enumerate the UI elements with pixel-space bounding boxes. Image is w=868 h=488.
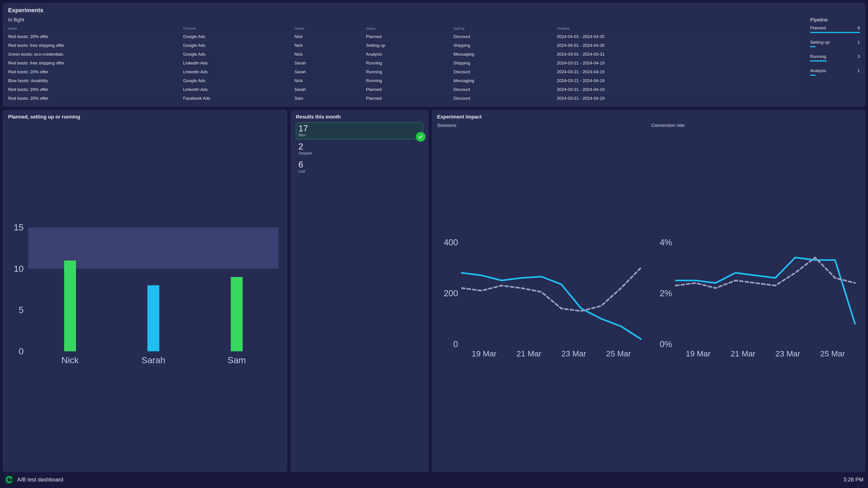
cell-channel: Google Ads bbox=[183, 50, 294, 59]
col-header-timeline[interactable]: Timeline bbox=[557, 25, 803, 32]
table-row[interactable]: Blue boots: durabilityGoogle AdsNickRunn… bbox=[8, 77, 803, 85]
pipeline-label: Planned bbox=[810, 26, 826, 31]
svg-text:19 Mar: 19 Mar bbox=[472, 349, 497, 358]
sessions-title: Sessions bbox=[437, 123, 646, 128]
experiments-table: Name Channel Owner Status Split by Timel… bbox=[8, 25, 803, 103]
experiments-table-wrap: In flight Name Channel Owner Status Spli… bbox=[8, 17, 803, 103]
impact-panel: Experiment impact Sessions 020040019 Mar… bbox=[432, 110, 865, 472]
experiments-title: Experiments bbox=[8, 7, 860, 14]
cell-owner: Sarah bbox=[294, 59, 366, 68]
cell-status: Running bbox=[366, 77, 454, 85]
cell-split: Discount bbox=[454, 68, 557, 77]
svg-rect-7 bbox=[147, 285, 159, 351]
results-title: Results this month bbox=[296, 114, 423, 120]
cell-name: Blue boots: durability bbox=[8, 77, 183, 85]
svg-text:2%: 2% bbox=[659, 288, 672, 298]
svg-text:23 Mar: 23 Mar bbox=[561, 349, 586, 358]
result-won: 17 Won bbox=[296, 123, 423, 139]
result-stopped: 2 Stopped bbox=[296, 141, 423, 157]
footer-title: A/B test dashboard bbox=[17, 477, 63, 483]
cell-split: Shipping bbox=[454, 59, 557, 68]
result-stopped-value: 2 bbox=[298, 142, 421, 151]
svg-text:400: 400 bbox=[444, 238, 458, 247]
cell-timeline: 2024-03-21 - 2024-04-19 bbox=[557, 94, 803, 103]
result-lost-value: 6 bbox=[298, 160, 421, 169]
pipeline-item: Analysis1 bbox=[810, 68, 860, 76]
cell-timeline: 2024-03-21 - 2024-04-19 bbox=[557, 85, 803, 94]
svg-text:10: 10 bbox=[14, 264, 24, 274]
cell-name: Red boots: 20% offer bbox=[8, 85, 183, 94]
cell-split: Discount bbox=[454, 32, 557, 41]
conversion-chart-wrap: Conversion rate 0%2%4%19 Mar21 Mar23 Mar… bbox=[651, 123, 860, 468]
pipeline-label: Analysis bbox=[810, 68, 826, 73]
cell-name: Red boots: 20% offer bbox=[8, 32, 183, 41]
cell-status: Running bbox=[366, 68, 454, 77]
table-row[interactable]: Red boots: 20% offerLinkedIn AdsSarahPla… bbox=[8, 85, 803, 94]
footer: A/B test dashboard 3:28 PM bbox=[3, 472, 865, 485]
svg-text:200: 200 bbox=[444, 288, 458, 298]
cell-timeline: 2024-04-01 - 2024-04-30 bbox=[557, 41, 803, 50]
cell-owner: Nick bbox=[294, 77, 366, 85]
col-header-owner[interactable]: Owner bbox=[294, 25, 366, 32]
col-header-channel[interactable]: Channel bbox=[183, 25, 294, 32]
svg-text:Sarah: Sarah bbox=[142, 355, 165, 365]
cell-owner: Sam bbox=[294, 94, 366, 103]
svg-text:25 Mar: 25 Mar bbox=[606, 349, 631, 358]
pipeline-value: 9 bbox=[857, 26, 860, 31]
col-header-split[interactable]: Split by bbox=[454, 25, 557, 32]
svg-text:5: 5 bbox=[19, 305, 24, 315]
conversion-chart: 0%2%4%19 Mar21 Mar23 Mar25 Mar bbox=[651, 129, 860, 468]
svg-rect-5 bbox=[64, 261, 76, 352]
cell-name: Green boots: eco-credentials bbox=[8, 50, 183, 59]
svg-text:0: 0 bbox=[453, 339, 458, 349]
results-panel: Results this month 17 Won 2 Stopped 6 Lo… bbox=[290, 110, 429, 472]
cell-split: Discount bbox=[454, 85, 557, 94]
pipeline-item: Setting up1 bbox=[810, 40, 860, 47]
svg-text:25 Mar: 25 Mar bbox=[820, 349, 845, 358]
cell-channel: LinkedIn Ads bbox=[183, 85, 294, 94]
pipeline-title: Pipeline bbox=[810, 17, 860, 23]
svg-text:0%: 0% bbox=[659, 339, 672, 349]
cell-split: Messaging bbox=[454, 77, 557, 85]
cell-channel: Google Ads bbox=[183, 32, 294, 41]
pipeline-panel: Pipeline Planned9Setting up1Running3Anal… bbox=[810, 17, 860, 103]
table-row[interactable]: Red boots: 20% offerLinkedIn AdsSarahRun… bbox=[8, 68, 803, 77]
cell-channel: LinkedIn Ads bbox=[183, 68, 294, 77]
cell-status: Running bbox=[366, 59, 454, 68]
table-row[interactable]: Red boots: 20% offerFacebook AdsSamPlann… bbox=[8, 94, 803, 103]
svg-text:4%: 4% bbox=[659, 238, 672, 247]
cell-owner: Nick bbox=[294, 41, 366, 50]
table-row[interactable]: Green boots: eco-credentialsGoogle AdsNi… bbox=[8, 50, 803, 59]
cell-name: Red boots: free shipping offer bbox=[8, 41, 183, 50]
cell-status: Planned bbox=[366, 85, 454, 94]
svg-text:15: 15 bbox=[14, 222, 24, 232]
result-lost-label: Lost bbox=[298, 170, 421, 174]
table-row[interactable]: Red boots: free shipping offerGoogle Ads… bbox=[8, 41, 803, 50]
footer-time: 3:28 PM bbox=[843, 477, 864, 483]
svg-text:23 Mar: 23 Mar bbox=[775, 349, 800, 358]
owner-chart-title: Planned, setting up or running bbox=[8, 114, 282, 120]
pipeline-item: Planned9 bbox=[810, 26, 860, 33]
pipeline-label: Running bbox=[810, 54, 826, 59]
cell-status: Planned bbox=[366, 32, 454, 41]
col-header-status[interactable]: Status bbox=[366, 25, 454, 32]
cell-status: Analysis bbox=[366, 50, 454, 59]
cell-owner: Sarah bbox=[294, 85, 366, 94]
cell-owner: Nick bbox=[294, 50, 366, 59]
pipeline-value: 3 bbox=[857, 54, 860, 59]
cell-timeline: 2024-03-21 - 2024-04-19 bbox=[557, 77, 803, 85]
cell-timeline: 2024-03-21 - 2024-04-19 bbox=[557, 59, 803, 68]
result-stopped-label: Stopped bbox=[298, 151, 421, 155]
table-row[interactable]: Red boots: free shipping offerLinkedIn A… bbox=[8, 59, 803, 68]
cell-timeline: 2024-03-01 - 2024-03-31 bbox=[557, 50, 803, 59]
svg-text:Sam: Sam bbox=[228, 355, 246, 365]
cell-channel: Google Ads bbox=[183, 41, 294, 50]
cell-owner: Nick bbox=[294, 32, 366, 41]
owner-chart: 051015NickSarahSam bbox=[8, 123, 282, 468]
conversion-title: Conversion rate bbox=[651, 123, 860, 128]
cell-channel: Google Ads bbox=[183, 77, 294, 85]
col-header-name[interactable]: Name bbox=[8, 25, 183, 32]
sessions-chart-wrap: Sessions 020040019 Mar21 Mar23 Mar25 Mar bbox=[437, 123, 646, 468]
svg-text:0: 0 bbox=[19, 346, 24, 356]
table-row[interactable]: Red boots: 20% offerGoogle AdsNickPlanne… bbox=[8, 32, 803, 41]
